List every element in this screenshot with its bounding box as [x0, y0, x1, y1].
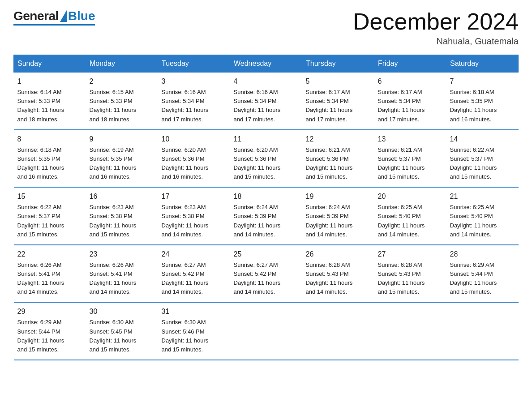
day-info: Sunrise: 6:20 AMSunset: 5:36 PMDaylight:…: [162, 146, 209, 180]
day-number: 11: [234, 134, 299, 145]
calendar-subtitle: Nahuala, Guatemala: [353, 36, 519, 47]
day-info: Sunrise: 6:18 AMSunset: 5:35 PMDaylight:…: [450, 89, 497, 122]
day-info: Sunrise: 6:28 AMSunset: 5:43 PMDaylight:…: [378, 261, 425, 295]
day-number: 5: [306, 76, 371, 87]
column-header-sunday: Sunday: [14, 55, 86, 73]
day-number: 30: [90, 306, 154, 317]
day-number: 20: [378, 191, 443, 202]
day-info: Sunrise: 6:21 AMSunset: 5:36 PMDaylight:…: [306, 146, 353, 180]
calendar-cell: 8Sunrise: 6:18 AMSunset: 5:35 PMDaylight…: [14, 130, 86, 188]
calendar-week-1: 1Sunrise: 6:14 AMSunset: 5:33 PMDaylight…: [14, 73, 519, 130]
day-info: Sunrise: 6:23 AMSunset: 5:38 PMDaylight:…: [90, 204, 137, 237]
day-number: 7: [450, 76, 515, 87]
calendar-cell: 21Sunrise: 6:25 AMSunset: 5:40 PMDayligh…: [446, 187, 519, 245]
day-number: 26: [306, 249, 371, 260]
calendar-cell: 18Sunrise: 6:24 AMSunset: 5:39 PMDayligh…: [230, 187, 302, 245]
day-number: 15: [17, 191, 82, 202]
calendar-cell: 17Sunrise: 6:23 AMSunset: 5:38 PMDayligh…: [158, 187, 230, 245]
column-header-tuesday: Tuesday: [158, 55, 230, 73]
day-info: Sunrise: 6:18 AMSunset: 5:35 PMDaylight:…: [17, 146, 64, 180]
day-number: 10: [162, 134, 227, 145]
calendar-cell: 20Sunrise: 6:25 AMSunset: 5:40 PMDayligh…: [374, 187, 446, 245]
day-info: Sunrise: 6:15 AMSunset: 5:33 PMDaylight:…: [90, 89, 137, 122]
calendar-cell: 28Sunrise: 6:29 AMSunset: 5:44 PMDayligh…: [446, 245, 519, 303]
column-header-monday: Monday: [86, 55, 158, 73]
day-info: Sunrise: 6:27 AMSunset: 5:42 PMDaylight:…: [162, 261, 209, 295]
calendar-header-row: SundayMondayTuesdayWednesdayThursdayFrid…: [14, 55, 519, 73]
calendar-week-4: 22Sunrise: 6:26 AMSunset: 5:41 PMDayligh…: [14, 245, 519, 303]
day-number: 25: [234, 249, 299, 260]
day-number: 1: [17, 76, 82, 87]
calendar-cell: 24Sunrise: 6:27 AMSunset: 5:42 PMDayligh…: [158, 245, 230, 303]
calendar-cell: 9Sunrise: 6:19 AMSunset: 5:35 PMDaylight…: [86, 130, 158, 188]
day-info: Sunrise: 6:22 AMSunset: 5:37 PMDaylight:…: [450, 146, 497, 180]
calendar-table: SundayMondayTuesdayWednesdayThursdayFrid…: [13, 55, 519, 360]
calendar-cell: [230, 302, 302, 360]
calendar-cell: 25Sunrise: 6:27 AMSunset: 5:42 PMDayligh…: [230, 245, 302, 303]
day-number: 13: [378, 134, 443, 145]
day-info: Sunrise: 6:25 AMSunset: 5:40 PMDaylight:…: [378, 204, 425, 237]
day-number: 28: [450, 249, 515, 260]
day-info: Sunrise: 6:17 AMSunset: 5:34 PMDaylight:…: [378, 89, 425, 122]
day-info: Sunrise: 6:21 AMSunset: 5:37 PMDaylight:…: [378, 146, 425, 180]
day-number: 18: [234, 191, 299, 202]
calendar-cell: 11Sunrise: 6:20 AMSunset: 5:36 PMDayligh…: [230, 130, 302, 188]
column-header-friday: Friday: [374, 55, 446, 73]
calendar-cell: 31Sunrise: 6:30 AMSunset: 5:46 PMDayligh…: [158, 302, 230, 360]
logo-blue-text: Blue: [68, 9, 95, 23]
logo: General Blue: [13, 9, 95, 26]
calendar-cell: 6Sunrise: 6:17 AMSunset: 5:34 PMDaylight…: [374, 73, 446, 130]
title-block: December 2024 Nahuala, Guatemala: [353, 9, 519, 47]
day-number: 12: [306, 134, 371, 145]
calendar-cell: 30Sunrise: 6:30 AMSunset: 5:45 PMDayligh…: [86, 302, 158, 360]
calendar-cell: 15Sunrise: 6:22 AMSunset: 5:37 PMDayligh…: [14, 187, 86, 245]
day-number: 9: [90, 134, 154, 145]
day-info: Sunrise: 6:29 AMSunset: 5:44 PMDaylight:…: [17, 319, 64, 352]
day-info: Sunrise: 6:20 AMSunset: 5:36 PMDaylight:…: [234, 146, 281, 180]
day-number: 29: [17, 306, 82, 317]
calendar-cell: [302, 302, 374, 360]
logo-triangle-icon: [60, 9, 67, 22]
calendar-cell: 29Sunrise: 6:29 AMSunset: 5:44 PMDayligh…: [14, 302, 86, 360]
calendar-cell: 27Sunrise: 6:28 AMSunset: 5:43 PMDayligh…: [374, 245, 446, 303]
day-info: Sunrise: 6:24 AMSunset: 5:39 PMDaylight:…: [234, 204, 281, 237]
day-info: Sunrise: 6:24 AMSunset: 5:39 PMDaylight:…: [306, 204, 353, 237]
day-number: 23: [90, 249, 154, 260]
day-number: 6: [378, 76, 443, 87]
day-info: Sunrise: 6:30 AMSunset: 5:45 PMDaylight:…: [90, 319, 137, 352]
day-number: 21: [450, 191, 515, 202]
calendar-cell: 10Sunrise: 6:20 AMSunset: 5:36 PMDayligh…: [158, 130, 230, 188]
day-info: Sunrise: 6:26 AMSunset: 5:41 PMDaylight:…: [17, 261, 64, 295]
calendar-week-3: 15Sunrise: 6:22 AMSunset: 5:37 PMDayligh…: [14, 187, 519, 245]
day-info: Sunrise: 6:29 AMSunset: 5:44 PMDaylight:…: [450, 261, 497, 295]
calendar-cell: 13Sunrise: 6:21 AMSunset: 5:37 PMDayligh…: [374, 130, 446, 188]
calendar-cell: 23Sunrise: 6:26 AMSunset: 5:41 PMDayligh…: [86, 245, 158, 303]
logo-underline: [13, 24, 95, 26]
column-header-thursday: Thursday: [302, 55, 374, 73]
day-number: 17: [162, 191, 227, 202]
logo-general-text: General: [13, 9, 59, 23]
day-info: Sunrise: 6:23 AMSunset: 5:38 PMDaylight:…: [162, 204, 209, 237]
calendar-week-5: 29Sunrise: 6:29 AMSunset: 5:44 PMDayligh…: [14, 302, 519, 360]
calendar-cell: 2Sunrise: 6:15 AMSunset: 5:33 PMDaylight…: [86, 73, 158, 130]
day-number: 4: [234, 76, 299, 87]
calendar-cell: 1Sunrise: 6:14 AMSunset: 5:33 PMDaylight…: [14, 73, 86, 130]
day-info: Sunrise: 6:19 AMSunset: 5:35 PMDaylight:…: [90, 146, 137, 180]
day-number: 24: [162, 249, 227, 260]
day-number: 14: [450, 134, 515, 145]
day-number: 31: [162, 306, 227, 317]
calendar-cell: [446, 302, 519, 360]
day-number: 27: [378, 249, 443, 260]
calendar-cell: 16Sunrise: 6:23 AMSunset: 5:38 PMDayligh…: [86, 187, 158, 245]
day-info: Sunrise: 6:27 AMSunset: 5:42 PMDaylight:…: [234, 261, 281, 295]
column-header-saturday: Saturday: [446, 55, 519, 73]
page-header: General Blue December 2024 Nahuala, Guat…: [13, 9, 519, 47]
calendar-cell: 7Sunrise: 6:18 AMSunset: 5:35 PMDaylight…: [446, 73, 519, 130]
day-info: Sunrise: 6:17 AMSunset: 5:34 PMDaylight:…: [306, 89, 353, 122]
day-number: 2: [90, 76, 154, 87]
calendar-cell: 4Sunrise: 6:16 AMSunset: 5:34 PMDaylight…: [230, 73, 302, 130]
calendar-title: December 2024: [353, 9, 519, 34]
day-info: Sunrise: 6:16 AMSunset: 5:34 PMDaylight:…: [162, 89, 209, 122]
calendar-cell: 3Sunrise: 6:16 AMSunset: 5:34 PMDaylight…: [158, 73, 230, 130]
calendar-week-2: 8Sunrise: 6:18 AMSunset: 5:35 PMDaylight…: [14, 130, 519, 188]
